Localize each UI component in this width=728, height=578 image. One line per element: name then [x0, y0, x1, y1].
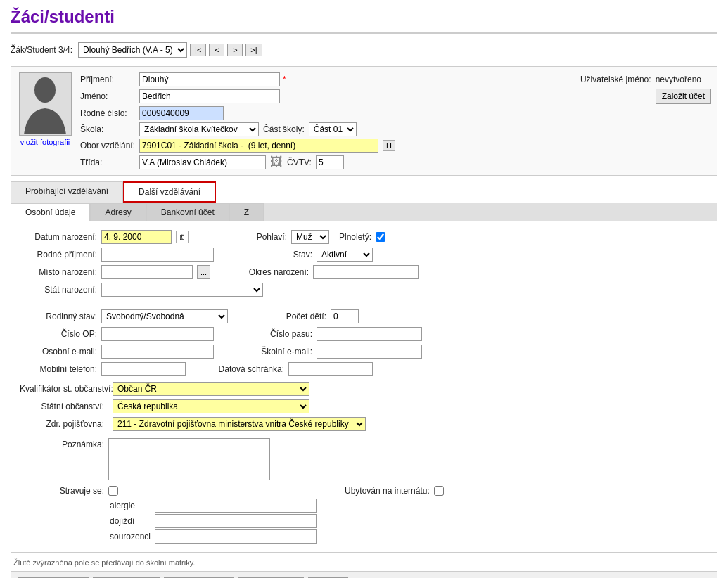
stat-narozeni-row: Stát narození: — [20, 283, 263, 297]
plnolety-checkbox[interactable] — [376, 232, 385, 242]
stravuje-checkbox[interactable] — [108, 486, 118, 496]
calendar-icon[interactable]: 🗓 — [176, 231, 189, 243]
obor-vzdelani-input[interactable] — [139, 139, 378, 153]
prijmeni-input[interactable] — [139, 72, 280, 86]
tab-adresy[interactable]: Adresy — [90, 203, 146, 221]
pocet-deti-row: Počet dětí: — [249, 309, 359, 323]
mobilni-telefon-row: Mobilní telefon: — [20, 362, 186, 376]
misto-ellipsis-button[interactable]: ... — [197, 265, 210, 279]
cislo-op-input[interactable] — [101, 327, 214, 341]
alergie-input[interactable] — [155, 499, 317, 513]
stav-select[interactable]: Aktivní — [317, 248, 373, 262]
svg-point-0 — [34, 77, 56, 103]
obor-vzdelani-label: Obor vzdělání: — [80, 141, 135, 150]
tab-osobni-udaje[interactable]: Osobní údaje — [11, 203, 90, 221]
skola-select[interactable]: Základní škola Kvítečkov — [139, 122, 259, 136]
okres-narozeni-row: Okres narození: — [231, 265, 419, 279]
nav-first-button[interactable]: |< — [190, 44, 206, 56]
row-obcanstvi: Státní občanství: Česká republika — [20, 399, 708, 413]
rodinny-stav-row: Rodinný stav: Svobodný/Svobodná — [20, 309, 228, 323]
student-info-box: vložit fotografii Příjmení: * Uživatelsk… — [11, 66, 717, 176]
pocet-deti-input[interactable] — [331, 309, 359, 323]
bottom-note: Žlutě zvýrazněná pole se předávají do šk… — [11, 558, 717, 567]
stat-narozeni-select[interactable] — [101, 283, 263, 297]
kvalifikator-select[interactable]: Občan ČR — [113, 382, 309, 396]
skolni-email-label: Školní e-mail: — [235, 347, 312, 357]
statni-obcanstvi-select[interactable]: Česká republika — [113, 399, 309, 413]
photo-link[interactable]: vložit fotografii — [20, 138, 70, 146]
skolni-email-row: Školní e-mail: — [235, 345, 422, 359]
inner-tabs: Osobní údaje Adresy Bankovní účet Z — [11, 203, 717, 221]
rodne-cislo-label: Rodné číslo: — [80, 108, 135, 118]
pohlavi-label: Pohlaví: — [210, 232, 287, 242]
tab-z[interactable]: Z — [229, 203, 264, 221]
misto-narozeni-input[interactable] — [101, 265, 193, 279]
stravuje-se-label: Stravuje se: — [20, 486, 104, 496]
dojizdi-input[interactable] — [155, 514, 317, 528]
datum-narozeni-input[interactable] — [101, 230, 172, 244]
ubytovan-label: Ubytován na internátu: — [345, 486, 430, 496]
okres-narozeni-input[interactable] — [313, 265, 419, 279]
alergie-label: alergie — [110, 501, 152, 510]
content-area: Datum narození: 🗓 Pohlaví: Muž Žena Plno… — [11, 221, 717, 553]
user-value: nevytvořeno — [656, 75, 711, 84]
datum-narozeni-row: Datum narození: 🗓 — [20, 230, 189, 244]
rodne-prijmeni-label: Rodné příjmení: — [20, 250, 97, 259]
rodinny-stav-select[interactable]: Svobodný/Svobodná — [101, 309, 228, 323]
row-op-pas: Číslo OP: Číslo pasu: — [20, 327, 708, 341]
cast-skoly-select[interactable]: Část 01 — [309, 122, 357, 136]
poznamka-textarea[interactable] — [108, 438, 270, 480]
history-button[interactable]: H — [383, 140, 395, 151]
datova-schranka-row: Datová schránka: — [207, 362, 373, 376]
row-telefon-schranka: Mobilní telefon: Datová schránka: — [20, 362, 708, 376]
datova-schranka-input[interactable] — [288, 362, 373, 376]
cislo-pasu-input[interactable] — [317, 327, 422, 341]
trida-input[interactable] — [139, 155, 266, 169]
sourozenci-label: sourozenci — [110, 532, 152, 541]
plnolety-label: Plnoletý: — [339, 232, 371, 242]
ubytovan-block: Ubytován na internátu: — [345, 486, 444, 496]
row-emails: Osobní e-mail: Školní e-mail: — [20, 345, 708, 359]
osobni-email-input[interactable] — [101, 345, 214, 359]
rodne-cislo-input[interactable] — [139, 106, 224, 120]
cvtv-input[interactable] — [316, 155, 344, 169]
pohlavi-row: Pohlaví: Muž Žena Plnoletý: — [210, 230, 385, 244]
cislo-pasu-row: Číslo pasu: — [235, 327, 422, 341]
nav-last-button[interactable]: >| — [245, 44, 262, 56]
tab-bankovni-ucet[interactable]: Bankovní účet — [146, 203, 229, 221]
photo-area: vložit fotografii — [17, 72, 73, 169]
nav-next-button[interactable]: > — [227, 44, 243, 56]
rodne-prijmeni-row: Rodné příjmení: — [20, 248, 214, 262]
kvalifikator-label: Kvalifikátor st. občanství: — [20, 384, 104, 394]
student-select[interactable]: Dlouhý Bedřich (V.A - 5) — [78, 42, 187, 58]
nav-prev-button[interactable]: < — [209, 44, 224, 56]
row-poznamka: Poznámka: — [20, 438, 708, 480]
row-stat: Stát narození: — [20, 283, 708, 297]
mobilni-telefon-input[interactable] — [101, 362, 186, 376]
jmeno-label: Jméno: — [80, 91, 135, 101]
prijmeni-label: Příjmení: — [80, 75, 135, 84]
tab-probihajici[interactable]: Probíhající vzdělávání — [11, 181, 123, 203]
pohlavi-select[interactable]: Muž Žena — [291, 230, 329, 244]
cvtv-label: ČVTV: — [287, 158, 312, 167]
cislo-op-row: Číslo OP: — [20, 327, 214, 341]
tab-dalsi[interactable]: Další vzdělávání — [123, 181, 216, 203]
ubytovan-checkbox[interactable] — [434, 486, 444, 496]
pocet-deti-label: Počet dětí: — [249, 312, 326, 321]
dojizdi-label: dojíždí — [110, 516, 152, 526]
cast-skoly-label: Část školy: — [263, 124, 305, 134]
skolni-email-input[interactable] — [317, 345, 422, 359]
sourozenci-input[interactable] — [155, 529, 317, 544]
rodne-prijmeni-input[interactable] — [101, 248, 214, 262]
datova-schranka-label: Datová schránka: — [207, 364, 284, 374]
cislo-op-label: Číslo OP: — [20, 329, 97, 339]
pojistovna-row: Zdr. pojišťovna: 211 - Zdravotní pojišťo… — [20, 417, 366, 431]
required-star: * — [283, 75, 286, 84]
pojistovna-select[interactable]: 211 - Zdravotní pojišťovna ministerstva … — [113, 417, 366, 431]
jmeno-input[interactable] — [139, 89, 280, 103]
bottom-bar: Uložit a zůstat Uložit a další Uložit a … — [11, 571, 717, 578]
trida-icon[interactable]: 🖼 — [270, 155, 283, 169]
rodinny-stav-label: Rodinný stav: — [20, 312, 97, 321]
account-button[interactable]: Založit účet — [656, 89, 711, 104]
statni-obcanstvi-label: Státní občanství: — [20, 402, 104, 411]
